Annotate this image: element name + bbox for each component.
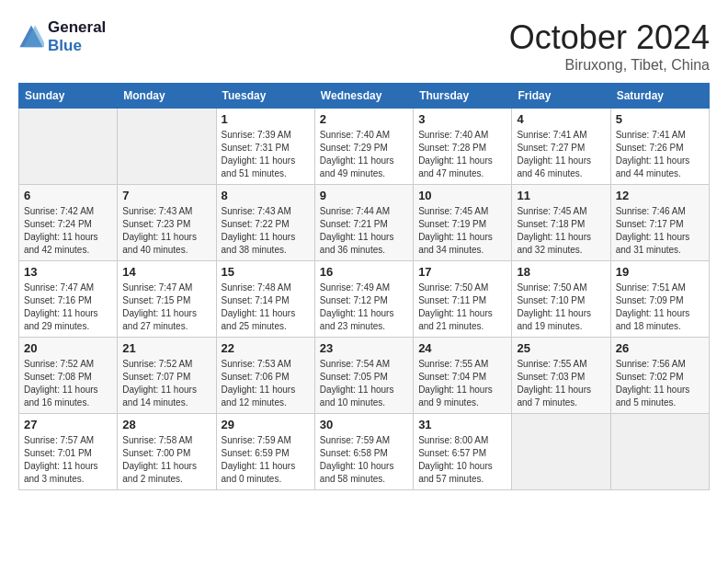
calendar-week-row: 13Sunrise: 7:47 AMSunset: 7:16 PMDayligh… bbox=[19, 261, 710, 338]
cell-info: Sunrise: 7:44 AMSunset: 7:21 PMDaylight:… bbox=[320, 205, 408, 257]
calendar-cell: 28Sunrise: 7:58 AMSunset: 7:00 PMDayligh… bbox=[118, 414, 216, 490]
calendar-cell: 22Sunrise: 7:53 AMSunset: 7:06 PMDayligh… bbox=[216, 338, 314, 414]
calendar-cell: 30Sunrise: 7:59 AMSunset: 6:58 PMDayligh… bbox=[314, 414, 413, 490]
cell-info: Sunrise: 7:50 AMSunset: 7:10 PMDaylight:… bbox=[517, 282, 605, 333]
cell-info: Sunrise: 7:39 AMSunset: 7:31 PMDaylight:… bbox=[222, 129, 310, 180]
cell-info: Sunrise: 7:50 AMSunset: 7:11 PMDaylight:… bbox=[418, 282, 506, 333]
calendar-cell bbox=[610, 414, 709, 490]
calendar-cell: 19Sunrise: 7:51 AMSunset: 7:09 PMDayligh… bbox=[610, 261, 709, 338]
calendar-week-row: 20Sunrise: 7:52 AMSunset: 7:08 PMDayligh… bbox=[19, 338, 710, 414]
day-number: 31 bbox=[418, 418, 506, 431]
calendar-cell: 4Sunrise: 7:41 AMSunset: 7:27 PMDaylight… bbox=[512, 109, 610, 185]
calendar-cell bbox=[118, 109, 216, 185]
day-number: 12 bbox=[616, 189, 704, 202]
calendar-cell: 15Sunrise: 7:48 AMSunset: 7:14 PMDayligh… bbox=[216, 261, 314, 338]
weekday-header: Wednesday bbox=[314, 84, 413, 109]
calendar-cell: 14Sunrise: 7:47 AMSunset: 7:15 PMDayligh… bbox=[118, 261, 216, 338]
weekday-header: Monday bbox=[118, 84, 216, 109]
calendar-cell bbox=[512, 414, 610, 490]
calendar-cell: 27Sunrise: 7:57 AMSunset: 7:01 PMDayligh… bbox=[19, 414, 118, 490]
day-number: 30 bbox=[320, 418, 408, 431]
day-number: 1 bbox=[222, 112, 310, 126]
day-number: 19 bbox=[616, 265, 704, 279]
calendar-cell: 16Sunrise: 7:49 AMSunset: 7:12 PMDayligh… bbox=[314, 261, 413, 338]
cell-info: Sunrise: 7:52 AMSunset: 7:08 PMDaylight:… bbox=[24, 358, 112, 409]
day-number: 8 bbox=[222, 189, 310, 202]
calendar-table: SundayMondayTuesdayWednesdayThursdayFrid… bbox=[18, 83, 710, 490]
day-number: 18 bbox=[517, 265, 605, 279]
calendar-cell: 25Sunrise: 7:55 AMSunset: 7:03 PMDayligh… bbox=[512, 338, 610, 414]
cell-info: Sunrise: 7:47 AMSunset: 7:15 PMDaylight:… bbox=[122, 282, 210, 333]
weekday-header-row: SundayMondayTuesdayWednesdayThursdayFrid… bbox=[19, 84, 710, 109]
calendar-cell: 17Sunrise: 7:50 AMSunset: 7:11 PMDayligh… bbox=[414, 261, 512, 338]
calendar-cell: 29Sunrise: 7:59 AMSunset: 6:59 PMDayligh… bbox=[216, 414, 314, 490]
cell-info: Sunrise: 7:59 AMSunset: 6:58 PMDaylight:… bbox=[320, 434, 408, 486]
weekday-header: Friday bbox=[512, 84, 610, 109]
cell-info: Sunrise: 7:47 AMSunset: 7:16 PMDaylight:… bbox=[24, 282, 112, 333]
cell-info: Sunrise: 7:55 AMSunset: 7:04 PMDaylight:… bbox=[418, 358, 506, 409]
weekday-header: Tuesday bbox=[216, 84, 314, 109]
calendar-cell: 3Sunrise: 7:40 AMSunset: 7:28 PMDaylight… bbox=[414, 109, 512, 185]
weekday-header: Saturday bbox=[610, 84, 709, 109]
cell-info: Sunrise: 7:45 AMSunset: 7:18 PMDaylight:… bbox=[517, 205, 605, 257]
cell-info: Sunrise: 7:45 AMSunset: 7:19 PMDaylight:… bbox=[418, 205, 506, 257]
calendar-cell: 12Sunrise: 7:46 AMSunset: 7:17 PMDayligh… bbox=[610, 185, 709, 261]
calendar-cell: 23Sunrise: 7:54 AMSunset: 7:05 PMDayligh… bbox=[314, 338, 413, 414]
calendar-cell: 18Sunrise: 7:50 AMSunset: 7:10 PMDayligh… bbox=[512, 261, 610, 338]
day-number: 9 bbox=[320, 189, 408, 202]
calendar-cell: 9Sunrise: 7:44 AMSunset: 7:21 PMDaylight… bbox=[314, 185, 413, 261]
calendar-cell: 5Sunrise: 7:41 AMSunset: 7:26 PMDaylight… bbox=[610, 109, 709, 185]
day-number: 11 bbox=[517, 189, 605, 202]
page-header: General Blue October 2024 Biruxong, Tibe… bbox=[18, 18, 710, 74]
cell-info: Sunrise: 7:40 AMSunset: 7:29 PMDaylight:… bbox=[320, 129, 408, 180]
cell-info: Sunrise: 7:46 AMSunset: 7:17 PMDaylight:… bbox=[616, 205, 704, 257]
cell-info: Sunrise: 7:43 AMSunset: 7:23 PMDaylight:… bbox=[122, 205, 210, 257]
month-title: October 2024 bbox=[509, 18, 710, 57]
calendar-cell: 13Sunrise: 7:47 AMSunset: 7:16 PMDayligh… bbox=[19, 261, 118, 338]
day-number: 16 bbox=[320, 265, 408, 279]
cell-info: Sunrise: 7:55 AMSunset: 7:03 PMDaylight:… bbox=[517, 358, 605, 409]
cell-info: Sunrise: 7:57 AMSunset: 7:01 PMDaylight:… bbox=[24, 434, 112, 486]
calendar-cell: 7Sunrise: 7:43 AMSunset: 7:23 PMDaylight… bbox=[118, 185, 216, 261]
logo-icon bbox=[18, 24, 44, 50]
logo: General Blue bbox=[18, 18, 106, 55]
cell-info: Sunrise: 7:59 AMSunset: 6:59 PMDaylight:… bbox=[222, 434, 310, 486]
cell-info: Sunrise: 7:41 AMSunset: 7:27 PMDaylight:… bbox=[517, 129, 605, 180]
day-number: 27 bbox=[24, 418, 112, 431]
cell-info: Sunrise: 7:42 AMSunset: 7:24 PMDaylight:… bbox=[24, 205, 112, 257]
day-number: 24 bbox=[418, 341, 506, 355]
calendar-week-row: 6Sunrise: 7:42 AMSunset: 7:24 PMDaylight… bbox=[19, 185, 710, 261]
cell-info: Sunrise: 7:54 AMSunset: 7:05 PMDaylight:… bbox=[320, 358, 408, 409]
cell-info: Sunrise: 7:53 AMSunset: 7:06 PMDaylight:… bbox=[222, 358, 310, 409]
cell-info: Sunrise: 7:56 AMSunset: 7:02 PMDaylight:… bbox=[616, 358, 704, 409]
day-number: 6 bbox=[24, 189, 112, 202]
calendar-week-row: 1Sunrise: 7:39 AMSunset: 7:31 PMDaylight… bbox=[19, 109, 710, 185]
cell-info: Sunrise: 7:41 AMSunset: 7:26 PMDaylight:… bbox=[616, 129, 704, 180]
calendar-cell: 26Sunrise: 7:56 AMSunset: 7:02 PMDayligh… bbox=[610, 338, 709, 414]
day-number: 13 bbox=[24, 265, 112, 279]
calendar-cell: 2Sunrise: 7:40 AMSunset: 7:29 PMDaylight… bbox=[314, 109, 413, 185]
title-area: October 2024 Biruxong, Tibet, China bbox=[509, 18, 710, 74]
calendar-cell: 10Sunrise: 7:45 AMSunset: 7:19 PMDayligh… bbox=[414, 185, 512, 261]
cell-info: Sunrise: 7:43 AMSunset: 7:22 PMDaylight:… bbox=[222, 205, 310, 257]
logo-text: General Blue bbox=[48, 18, 106, 55]
day-number: 4 bbox=[517, 112, 605, 126]
day-number: 15 bbox=[222, 265, 310, 279]
cell-info: Sunrise: 7:51 AMSunset: 7:09 PMDaylight:… bbox=[616, 282, 704, 333]
cell-info: Sunrise: 8:00 AMSunset: 6:57 PMDaylight:… bbox=[418, 434, 506, 486]
day-number: 28 bbox=[122, 418, 210, 431]
day-number: 23 bbox=[320, 341, 408, 355]
calendar-cell: 24Sunrise: 7:55 AMSunset: 7:04 PMDayligh… bbox=[414, 338, 512, 414]
day-number: 26 bbox=[616, 341, 704, 355]
cell-info: Sunrise: 7:48 AMSunset: 7:14 PMDaylight:… bbox=[222, 282, 310, 333]
weekday-header: Sunday bbox=[19, 84, 118, 109]
day-number: 3 bbox=[418, 112, 506, 126]
day-number: 5 bbox=[616, 112, 704, 126]
day-number: 22 bbox=[222, 341, 310, 355]
calendar-cell: 6Sunrise: 7:42 AMSunset: 7:24 PMDaylight… bbox=[19, 185, 118, 261]
cell-info: Sunrise: 7:58 AMSunset: 7:00 PMDaylight:… bbox=[122, 434, 210, 486]
calendar-cell: 31Sunrise: 8:00 AMSunset: 6:57 PMDayligh… bbox=[414, 414, 512, 490]
calendar-cell: 1Sunrise: 7:39 AMSunset: 7:31 PMDaylight… bbox=[216, 109, 314, 185]
weekday-header: Thursday bbox=[414, 84, 512, 109]
day-number: 17 bbox=[418, 265, 506, 279]
